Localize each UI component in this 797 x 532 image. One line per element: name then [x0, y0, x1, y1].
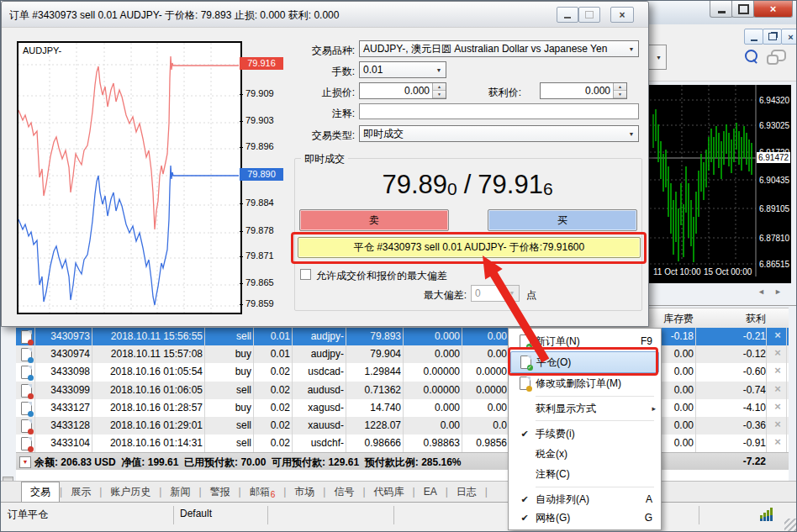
close-order-icon[interactable]: ×: [768, 364, 788, 377]
spin-down-icon[interactable]: ▼: [433, 91, 446, 98]
cell-profit: -4.10: [697, 402, 766, 413]
tick-mark: [240, 283, 243, 284]
price-tick-label: 79.896: [245, 141, 274, 151]
checkmark-icon: ✔: [514, 494, 536, 505]
order-type-icon: [18, 348, 34, 364]
menu-shortcut: G: [632, 512, 656, 524]
close-order-icon[interactable]: ×: [768, 435, 788, 448]
close-position-icon: ✓: [515, 356, 536, 369]
cell-sl: 0.00000: [404, 384, 460, 396]
chart-scroll-left-icon[interactable]: ◄: [757, 287, 765, 296]
cell-price: 14.740: [347, 402, 401, 413]
cell-lots: 0.01: [255, 348, 290, 360]
spin-up-icon[interactable]: ▲: [614, 83, 626, 91]
cell-order: 3433128: [36, 419, 90, 431]
tab-exposure[interactable]: 展示: [62, 482, 99, 502]
status-profile[interactable]: Default: [180, 508, 212, 519]
order-type-icon: [18, 330, 34, 346]
menu-separator: [536, 487, 654, 487]
checkmark-icon: ✔: [514, 513, 536, 524]
new-order-icon: +: [514, 334, 536, 348]
cell-tp: 0.00: [463, 348, 507, 360]
dialog-minimize-button[interactable]: [557, 7, 578, 23]
tab-news[interactable]: 新闻: [161, 482, 198, 502]
order-type-icon: [18, 384, 34, 400]
close-order-icon[interactable]: ×: [768, 400, 788, 413]
cell-tp: 0.00: [463, 402, 507, 413]
menu-item-label: 注释(C): [536, 467, 656, 482]
tab-alerts[interactable]: 警报: [202, 482, 239, 502]
comment-field[interactable]: [359, 103, 639, 119]
tab-account-history[interactable]: 账户历史: [102, 482, 159, 502]
resize-grip[interactable]: [784, 519, 797, 531]
cell-tp: 0.0: [463, 419, 507, 431]
dialog-close-button[interactable]: ×: [610, 7, 634, 23]
chart-scroll-right-icon[interactable]: ►: [774, 287, 782, 296]
chart-restore-button[interactable]: [763, 29, 782, 45]
deviation-checkbox[interactable]: [300, 269, 311, 280]
chat-icon[interactable]: [771, 50, 786, 61]
menu-item-tax[interactable]: 税金(x): [510, 444, 659, 464]
cell-time: 2018.10.11 15:56:55: [93, 330, 203, 342]
cell-symbol: audjpy-: [293, 348, 344, 360]
sell-button[interactable]: 卖: [299, 209, 449, 231]
total-profit: -7.22: [697, 456, 766, 467]
cell-symbol: usdchf-: [293, 437, 344, 449]
tab-ea[interactable]: EA: [415, 482, 446, 502]
close-order-icon[interactable]: ×: [768, 329, 788, 341]
tick-mark: [240, 147, 243, 148]
order-type-select[interactable]: 即时成交▼: [359, 125, 639, 142]
balance-text: 余额: 206.83 USD 净值: 199.61 已用预付款: 70.00 可…: [34, 456, 462, 470]
spin-down-icon[interactable]: ▼: [614, 91, 626, 98]
main-close-button[interactable]: ×: [753, 1, 793, 18]
volume-select[interactable]: 0.01▼: [359, 61, 446, 78]
cell-price: 1.29844: [347, 366, 401, 377]
takeprofit-stepper[interactable]: 0.000 ▲▼: [540, 82, 627, 99]
cell-type: sell: [206, 384, 251, 396]
mt4-application-window: × × ▼ 6.943206.930256.917206.904356.8910…: [0, 0, 797, 532]
menu-separator: [536, 420, 654, 421]
close-order-icon[interactable]: ×: [768, 346, 788, 359]
spin-up-icon[interactable]: ▲: [433, 83, 446, 91]
submenu-arrow-icon: ▸: [644, 404, 656, 413]
close-position-button[interactable]: 平仓 #3430973 sell 0.01 AUDJPY- 于价格:79.916…: [298, 237, 641, 258]
menu-item-close-position[interactable]: ✓平仓(O): [510, 351, 659, 373]
close-order-icon[interactable]: ×: [768, 418, 788, 430]
menu-item-label: 平仓(O): [536, 356, 655, 370]
buy-button[interactable]: 买: [488, 209, 637, 231]
menu-item-auto-arrange[interactable]: ✔自动排列(A)A: [510, 490, 659, 508]
cell-time: 2018.10.11 15:57:08: [93, 348, 203, 360]
tab-trade[interactable]: 交易: [21, 482, 60, 502]
menu-item-profit-display-mode[interactable]: 获利显示方式▸: [510, 399, 659, 418]
current-price-box: 6.91472: [757, 152, 790, 163]
tab-journal[interactable]: 日志: [448, 482, 485, 502]
chart-close-button[interactable]: ×: [781, 29, 797, 45]
price-tick-label: 6.93025: [759, 121, 789, 130]
stoploss-stepper[interactable]: 0.000 ▲▼: [359, 82, 446, 99]
symbol-select[interactable]: AUDJPY-, 澳元日圆 Australian Dollar vs Japan…: [359, 40, 639, 57]
menu-item-label: 自动排列(A): [536, 492, 632, 507]
close-order-icon[interactable]: ×: [768, 382, 788, 395]
main-minimize-button[interactable]: [710, 1, 733, 18]
tick-mark: [240, 203, 243, 204]
price-tick-label: 6.89105: [759, 204, 789, 213]
tab-signals[interactable]: 信号: [325, 482, 362, 502]
menu-item-comments[interactable]: 注释(C): [510, 464, 659, 484]
main-maximize-button[interactable]: [731, 1, 755, 18]
tab-mailbox[interactable]: 邮箱6: [241, 482, 284, 502]
tab-market[interactable]: 市场: [286, 482, 323, 502]
cell-profit: -0.36: [697, 419, 766, 431]
market-chart[interactable]: 6.943206.930256.917206.904356.891056.878…: [648, 85, 791, 283]
price-tick-label: 6.90435: [759, 176, 789, 185]
menu-item-grid[interactable]: ✔网格(G)G: [510, 508, 659, 527]
menu-item-new-order[interactable]: +新订单(N)F9: [510, 331, 659, 351]
tab-code-base[interactable]: 代码库: [366, 482, 413, 502]
chevron-down-icon: ▼: [656, 55, 662, 61]
zoom-search-icon[interactable]: [745, 50, 757, 62]
chart-date-label: 15 Oct 00:00: [704, 267, 752, 277]
menu-item-modify-delete-order[interactable]: 修改或删除订单(M): [510, 373, 659, 393]
chart-minimize-button[interactable]: [744, 29, 763, 45]
menu-item-commission[interactable]: ✔手续费(i): [510, 424, 659, 444]
close-icon: ×: [619, 9, 625, 21]
dialog-maximize-button[interactable]: [578, 7, 600, 23]
